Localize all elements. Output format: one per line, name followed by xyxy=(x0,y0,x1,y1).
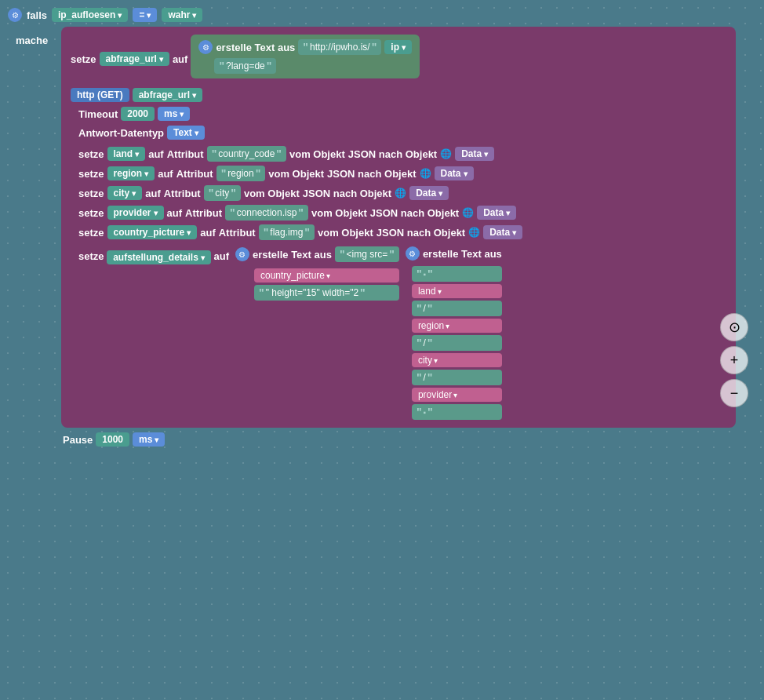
country-code-quote: " country_code " xyxy=(207,146,286,162)
falls-label: falls xyxy=(27,9,47,21)
region-var[interactable]: region xyxy=(107,166,155,180)
nav-plus-btn[interactable]: + xyxy=(720,346,748,374)
connection-isp-quote: " connection.isp " xyxy=(225,205,308,221)
falls-operator-pill[interactable]: = xyxy=(133,8,157,22)
falls-gear-icon: ⚙ xyxy=(8,8,22,22)
http-row: http (GET) abfrage_url xyxy=(71,88,726,102)
antwort-row: Antwort-Datentyp Text xyxy=(78,126,726,140)
region-var-stack[interactable]: region xyxy=(412,319,502,333)
antwort-val[interactable]: Text xyxy=(167,126,205,140)
data-var-provider[interactable]: Data xyxy=(477,206,516,220)
city-var[interactable]: city xyxy=(107,186,143,200)
abfrage-url-var[interactable]: abfrage_url xyxy=(100,52,169,66)
setze-label-1: setze xyxy=(71,53,96,65)
auf-label-1: auf xyxy=(173,53,188,65)
country-picture-pill[interactable]: country_picture xyxy=(254,268,399,283)
data-var-country-picture[interactable]: Data xyxy=(483,225,522,239)
details-gear-icon: ⚙ xyxy=(406,246,420,261)
setze-land-row: setze land auf Attribut " country_code "… xyxy=(78,146,726,162)
setze-rows-group: setze land auf Attribut " country_code "… xyxy=(78,146,726,240)
img-gear-icon: ⚙ xyxy=(235,247,249,261)
provider-var[interactable]: provider xyxy=(107,206,164,220)
nav-minus-btn[interactable]: − xyxy=(720,379,748,407)
falls-var-pill[interactable]: ip_aufloesen xyxy=(52,8,128,22)
city-var-stack[interactable]: city xyxy=(412,353,502,367)
antwort-label: Antwort-Datentyp xyxy=(78,127,164,139)
setze-provider-row: setze provider auf Attribut " connection… xyxy=(78,205,726,221)
empty-quote-1: " ▪ " xyxy=(412,266,502,282)
erstelle-text-block: ⚙ erstelle Text aus " http://ipwho.is/ "… xyxy=(191,35,420,78)
globe-icon-provider: 🌐 xyxy=(462,207,474,218)
aufstellung-section: setze aufstellung_details auf ⚙ erstelle… xyxy=(78,246,726,420)
ip-var-pill[interactable]: ip xyxy=(384,40,412,54)
slash-quote-2: " / " xyxy=(412,335,502,351)
pause-val[interactable]: 1000 xyxy=(96,432,129,447)
erstelle-text-label: erstelle Text aus xyxy=(216,42,295,53)
http-label[interactable]: http (GET) xyxy=(71,88,129,102)
height-width-quote: " " height="15" width="2 " xyxy=(254,285,399,301)
globe-icon-land: 🌐 xyxy=(440,148,452,159)
aufstellung-right: ⚙ erstelle Text aus " <img src= " countr… xyxy=(235,246,502,420)
slash-quote-3: " / " xyxy=(412,370,502,385)
region-quote: " region " xyxy=(216,166,266,181)
timeout-val[interactable]: 2000 xyxy=(121,107,155,121)
setze-region-row: setze region auf Attribut " region " vom… xyxy=(78,166,726,181)
pause-row: Pause 1000 ms xyxy=(63,432,756,447)
setze-country-picture-row: setze country_picture auf Attribut " fla… xyxy=(78,224,726,240)
workspace: ⚙ falls ip_aufloesen = wahr mache setze … xyxy=(0,0,764,454)
pause-ms[interactable]: ms xyxy=(133,432,165,447)
timeout-row: Timeout 2000 ms xyxy=(78,107,726,121)
globe-icon-country-picture: 🌐 xyxy=(468,227,480,238)
setze-aufstellung-label-group: setze aufstellung_details auf xyxy=(78,250,229,420)
nav-controls: ⊙ + − xyxy=(720,313,748,407)
globe-icon-city: 🌐 xyxy=(395,188,406,199)
aufstellung-details-var[interactable]: aufstellung_details xyxy=(107,250,211,264)
falls-row: ⚙ falls ip_aufloesen = wahr xyxy=(8,8,756,22)
img-src-quote: " <img src= " xyxy=(335,246,399,262)
country-picture-var[interactable]: country_picture xyxy=(107,225,198,239)
erstelle-gear-icon: ⚙ xyxy=(198,40,213,54)
city-quote: " city " xyxy=(204,185,241,201)
lang-quote-block: " ?lang=de " xyxy=(214,58,276,74)
http-var[interactable]: abfrage_url xyxy=(133,88,202,102)
provider-var-stack[interactable]: provider xyxy=(412,388,502,402)
flag-img-quote: " flag.img " xyxy=(259,224,315,240)
details-create-text-block: ⚙ erstelle Text aus " ▪ " land " xyxy=(406,246,502,420)
falls-value-pill[interactable]: wahr xyxy=(162,8,202,22)
setze-abfrage-row: setze abfrage_url auf ⚙ erstelle Text au… xyxy=(71,35,726,83)
pause-label: Pause xyxy=(63,434,93,446)
globe-icon-region: 🌐 xyxy=(420,168,431,179)
img-create-text-block: ⚙ erstelle Text aus " <img src= " countr… xyxy=(235,246,399,420)
mache-block: setze abfrage_url auf ⚙ erstelle Text au… xyxy=(61,27,736,428)
slash-quote-1: " / " xyxy=(412,301,502,316)
data-var-city[interactable]: Data xyxy=(409,186,449,200)
land-var-stack[interactable]: land xyxy=(412,284,502,298)
ms-pill[interactable]: ms xyxy=(158,107,190,121)
setze-city-row: setze city auf Attribut " city " vom Obj… xyxy=(78,185,726,201)
mache-label: mache xyxy=(16,35,55,46)
data-var-land[interactable]: Data xyxy=(455,147,494,161)
timeout-label: Timeout xyxy=(78,108,118,120)
nav-target-btn[interactable]: ⊙ xyxy=(720,313,748,341)
land-var[interactable]: land xyxy=(107,147,146,161)
empty-quote-2: " ▪ " xyxy=(412,404,502,420)
data-var-region[interactable]: Data xyxy=(435,166,474,180)
url-quote-block: " http://ipwho.is/ " xyxy=(298,39,381,55)
erstelle-text-inner: ⚙ erstelle Text aus " http://ipwho.is/ "… xyxy=(198,39,412,55)
